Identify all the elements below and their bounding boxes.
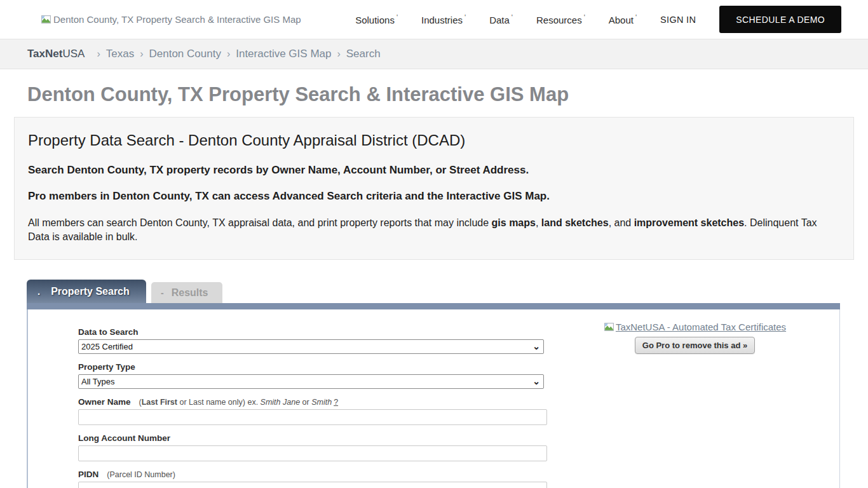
dropdown-caret-icon: ' (584, 13, 585, 21)
breadcrumb-item-gis-map[interactable]: Interactive GIS Map (236, 48, 331, 60)
tab-property-search-label: Property Search (51, 286, 130, 297)
brand-rest: USA (62, 48, 85, 60)
tab-bar: . Property Search - Results (27, 280, 840, 303)
search-panel: Data to Search 2025 Certified ⌄ Property… (27, 309, 840, 488)
nav-item-data[interactable]: Data' (489, 13, 513, 25)
nav-item-solutions[interactable]: Solutions' (355, 13, 398, 25)
owner-name-help-link[interactable]: ? (334, 398, 338, 407)
dropdown-caret-icon: ' (635, 13, 637, 21)
property-search-form: Data to Search 2025 Certified ⌄ Property… (28, 309, 550, 488)
ad-column: TaxNetUSA - Automated Tax Certificates G… (550, 309, 839, 488)
breadcrumb-separator: › (97, 48, 100, 60)
schedule-demo-button[interactable]: SCHEDULE A DEMO (719, 6, 841, 33)
broken-image-icon (41, 14, 51, 25)
intro-heading: Property Data Search - Denton County App… (28, 132, 840, 149)
tab-results[interactable]: - Results (151, 282, 222, 303)
long-account-label: Long Account Number (78, 433, 170, 443)
pidn-group: PIDN (Parcel ID Number) (78, 470, 550, 488)
tab-results-label: Results (172, 287, 208, 299)
owner-name-group: Owner Name (Last First or Last name only… (78, 397, 550, 425)
sign-in-link[interactable]: SIGN IN (660, 15, 696, 25)
nav-item-resources[interactable]: Resources' (536, 13, 585, 25)
data-to-search-select-wrap: 2025 Certified ⌄ (78, 339, 544, 354)
long-account-input[interactable] (78, 445, 547, 461)
brand-bold: TaxNet (27, 48, 62, 60)
breadcrumb: TaxNetUSA › Texas › Denton County › Inte… (0, 39, 868, 69)
pidn-hint: (Parcel ID Number) (107, 470, 175, 479)
top-header: Denton County, TX Property Search & Inte… (0, 0, 868, 39)
page-title: Denton County, TX Property Search & Inte… (0, 83, 868, 106)
site-logo[interactable]: Denton County, TX Property Search & Inte… (41, 14, 301, 25)
intro-line-pro: Pro members in Denton County, TX can acc… (28, 190, 840, 203)
pidn-input[interactable] (78, 482, 547, 488)
tab-strip-divider (27, 303, 840, 309)
breadcrumb-separator: › (337, 48, 340, 60)
intro-line-search: Search Denton County, TX property record… (28, 164, 840, 177)
tab-bullet-icon: - (161, 288, 164, 298)
nav-item-industries[interactable]: Industries' (421, 13, 466, 25)
breadcrumb-separator: › (140, 48, 143, 60)
data-to-search-select[interactable]: 2025 Certified (78, 339, 544, 354)
breadcrumb-item-denton-county[interactable]: Denton County (149, 48, 220, 60)
property-type-select[interactable]: All Types (78, 374, 544, 389)
nav-item-about[interactable]: About' (609, 13, 637, 25)
main-nav: Solutions' Industries' Data' Resources' … (355, 6, 841, 33)
tab-bullet-icon: . (37, 286, 40, 297)
intro-box: Property Data Search - Denton County App… (14, 117, 854, 260)
ad-link-text: TaxNetUSA - Automated Tax Certificates (616, 322, 786, 332)
owner-name-hint: (Last First or Last name only) ex. Smith… (139, 398, 339, 407)
breadcrumb-separator: › (227, 48, 230, 60)
long-account-group: Long Account Number (78, 433, 550, 461)
owner-name-label: Owner Name (78, 397, 131, 407)
ad-link[interactable]: TaxNetUSA - Automated Tax Certificates (604, 322, 786, 332)
dropdown-caret-icon: ' (465, 13, 466, 21)
breadcrumb-item-search[interactable]: Search (346, 48, 381, 60)
go-pro-button[interactable]: Go Pro to remove this ad » (635, 337, 755, 354)
breadcrumb-brand[interactable]: TaxNetUSA (27, 48, 85, 60)
dropdown-caret-icon: ' (512, 13, 513, 21)
property-type-select-wrap: All Types ⌄ (78, 374, 544, 389)
logo-alt-text: Denton County, TX Property Search & Inte… (53, 14, 301, 25)
dropdown-caret-icon: ' (397, 13, 398, 21)
broken-image-icon (604, 322, 614, 332)
pidn-label: PIDN (78, 470, 98, 479)
intro-line-members: All members can search Denton County, TX… (28, 216, 840, 243)
tab-property-search[interactable]: . Property Search (27, 280, 146, 303)
owner-name-input[interactable] (78, 409, 547, 425)
property-type-label: Property Type (78, 362, 135, 372)
breadcrumb-item-texas[interactable]: Texas (106, 48, 134, 60)
property-type-group: Property Type All Types ⌄ (78, 362, 550, 389)
data-to-search-group: Data to Search 2025 Certified ⌄ (78, 327, 550, 354)
data-to-search-label: Data to Search (78, 327, 139, 337)
